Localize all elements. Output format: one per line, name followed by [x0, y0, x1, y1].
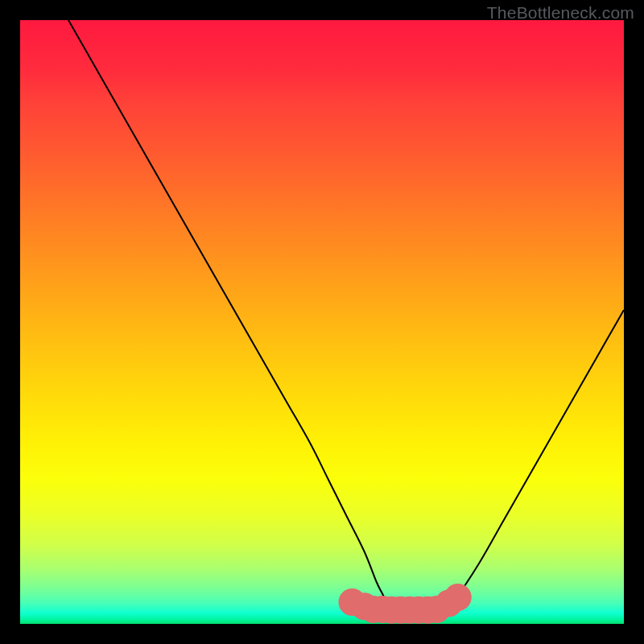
chart-frame: TheBottleneck.com	[0, 0, 644, 644]
bottleneck-curve	[68, 20, 624, 618]
watermark-text: TheBottleneck.com	[487, 3, 634, 23]
plot-area	[20, 20, 624, 624]
marker-dot	[444, 584, 472, 611]
curve-layer	[20, 20, 624, 624]
marker-group	[339, 584, 472, 624]
